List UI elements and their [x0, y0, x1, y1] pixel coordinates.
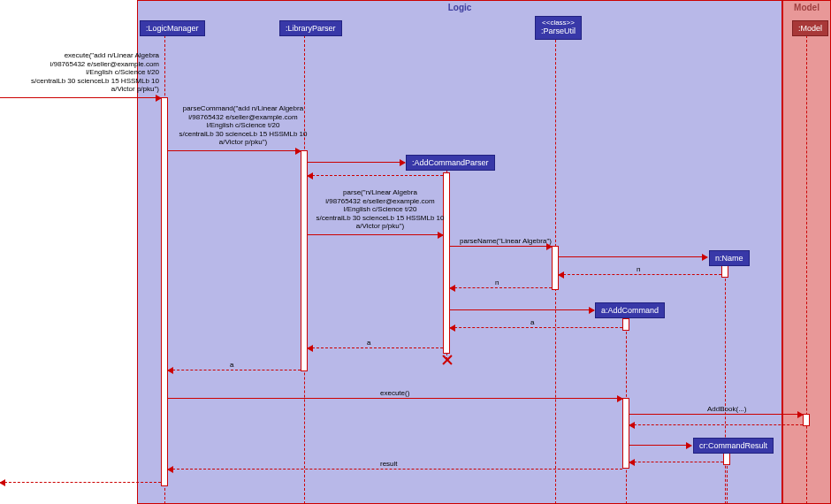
- arrow-execute-call: [168, 398, 622, 399]
- arrow-create-acp: [308, 162, 405, 163]
- arrow-add-book-return: [629, 424, 803, 425]
- participant-model: :Model: [792, 20, 828, 36]
- msg-a-return1: a: [530, 318, 534, 326]
- msg-a-return2: a: [367, 339, 370, 347]
- activation-parse-util: [552, 246, 559, 290]
- participant-add-command-parser: :AddCommandParser: [406, 155, 495, 171]
- destroy-icon: [440, 354, 453, 366]
- arrow-create-acp-return: [308, 175, 443, 176]
- arrow-n-return2: [450, 287, 552, 288]
- participant-parse-util: <<class>>:ParseUtil: [535, 16, 582, 40]
- parse-util-name: :ParseUtil: [541, 27, 576, 35]
- logic-frame-label: Logic: [448, 3, 472, 12]
- arrow-create-cr: [629, 445, 691, 446]
- arrow-parse-name: [450, 246, 552, 247]
- arrow-a-return3: [168, 370, 301, 370]
- activation-add-command-2: [622, 398, 629, 469]
- lifeline-model: [806, 35, 807, 504]
- participant-library-parser: :LibraryParser: [279, 20, 342, 36]
- msg-result: result: [380, 460, 398, 468]
- participant-name: n:Name: [709, 250, 750, 266]
- msg-execute: execute("add n/Linear Algebrai/98765432 …: [28, 51, 159, 94]
- activation-add-command: [622, 318, 629, 331]
- arrow-create-name: [559, 256, 707, 257]
- activation-command-result: [723, 453, 730, 465]
- arrow-a-return2: [308, 347, 443, 348]
- activation-model: [803, 414, 810, 426]
- arrow-add-book: [629, 414, 803, 415]
- msg-a-return3: a: [230, 361, 233, 369]
- arrow-parse: [308, 234, 443, 235]
- participant-add-command: a:AddCommand: [595, 302, 665, 318]
- activation-name: [721, 265, 728, 278]
- lifeline-name: [725, 265, 726, 504]
- arrow-name-return: [559, 274, 721, 275]
- msg-parse: parse("n/Linear Algebrai/98765432 e/sell…: [309, 188, 451, 231]
- arrow-cr-return: [629, 462, 723, 462]
- logic-frame: Logic: [137, 0, 782, 504]
- activation-logic-manager: [161, 97, 168, 486]
- arrow-execute-in: [0, 97, 161, 98]
- participant-command-result: cr:CommandResult: [693, 438, 774, 454]
- activation-library-parser: [301, 150, 308, 371]
- msg-add-book: AddBook(...): [707, 405, 746, 413]
- arrow-parse-command: [168, 150, 301, 151]
- msg-parse-name: parseName("Linear Algebra"): [460, 237, 552, 245]
- participant-logic-manager: :LogicManager: [140, 20, 205, 36]
- arrow-final-return: [0, 482, 161, 483]
- msg-parse-command: parseCommand("add n/Linear Algebrai/9876…: [172, 104, 314, 147]
- arrow-create-add-command: [450, 309, 594, 310]
- model-frame-label: Model: [794, 3, 820, 12]
- msg-n-return2: n: [495, 279, 499, 286]
- msg-n-return1: n: [637, 265, 640, 273]
- msg-execute-call: execute(): [380, 389, 409, 397]
- arrow-result: [168, 469, 622, 470]
- arrow-a-return1: [450, 327, 622, 328]
